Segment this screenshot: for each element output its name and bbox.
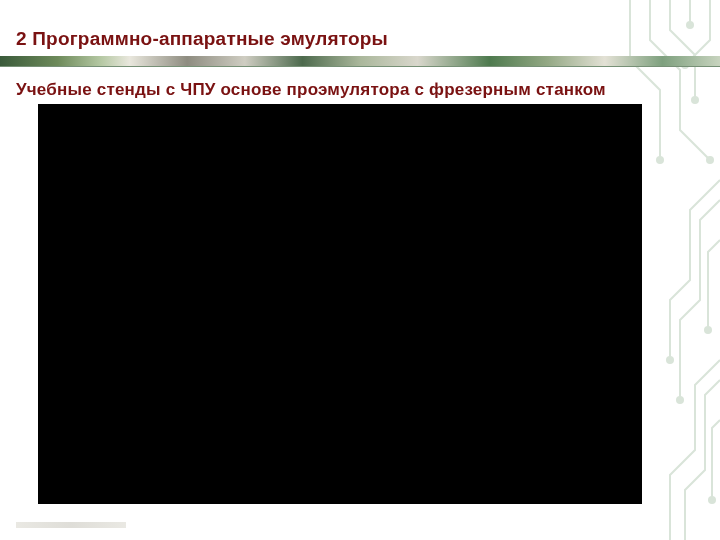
page-subtitle: Учебные стенды с ЧПУ основе проэмулятора… (16, 80, 606, 100)
svg-point-6 (676, 396, 684, 404)
footer-decoration (16, 522, 126, 528)
svg-point-1 (706, 156, 714, 164)
video-content-area (38, 104, 642, 504)
divider-strip (0, 56, 720, 66)
svg-point-7 (704, 326, 712, 334)
svg-point-0 (656, 156, 664, 164)
svg-point-5 (666, 356, 674, 364)
page-title: 2 Программно-аппаратные эмуляторы (16, 28, 388, 50)
divider-line-bottom (0, 66, 720, 67)
slide: 2 Программно-аппаратные эмуляторы Учебны… (0, 0, 720, 540)
svg-point-8 (708, 496, 716, 504)
svg-point-3 (686, 21, 694, 29)
svg-point-2 (691, 96, 699, 104)
